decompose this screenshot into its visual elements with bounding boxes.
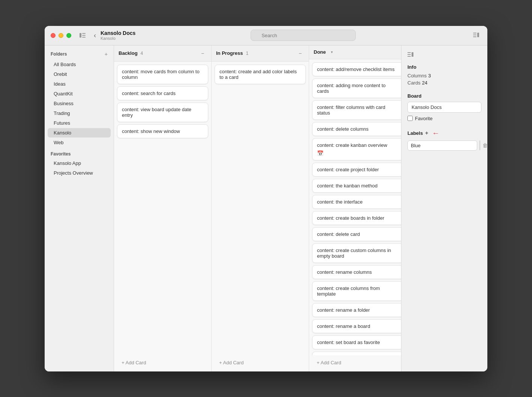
column-actions-in-progress: −: [296, 49, 304, 57]
favorite-checkbox[interactable]: [407, 116, 413, 121]
cards-info-row: Cards 24: [407, 80, 481, 86]
card-done-13[interactable]: content: rename a folder: [312, 303, 401, 317]
titlebar-nav: ‹ Kansolo Docs Kansolo: [92, 30, 135, 41]
svg-rect-2: [82, 35, 86, 36]
close-button[interactable]: [51, 33, 56, 38]
label-delete-button[interactable]: 🗑: [482, 142, 487, 148]
panel-icon-button[interactable]: [407, 51, 413, 58]
card-done-10[interactable]: content: create custom columns in empty …: [312, 243, 401, 263]
column-title-backlog: Backlog: [119, 50, 138, 56]
board-name-input[interactable]: [407, 102, 481, 113]
sidebar-item-ideas[interactable]: Ideas: [48, 79, 111, 89]
add-label-button[interactable]: +: [425, 130, 428, 136]
column-in-progress: In Progress 1 − content: create and add …: [212, 45, 309, 371]
done-dropdown-icon[interactable]: ▾: [329, 49, 335, 55]
sidebar-item-kansolo-app[interactable]: Kansolo App: [48, 158, 111, 168]
card-done-3[interactable]: content: delete columns: [312, 122, 401, 136]
svg-rect-1: [82, 33, 86, 34]
board-section: Board Favorite: [407, 93, 481, 121]
columns-value: 3: [428, 73, 431, 78]
sidebar-item-web[interactable]: Web: [48, 138, 111, 147]
favorites-header: Favorites: [45, 148, 114, 158]
sidebar-item-projects-overview[interactable]: Projects Overview: [48, 168, 111, 178]
cards-value: 24: [422, 80, 427, 86]
column-title-in-progress: In Progress: [216, 50, 243, 56]
search-container: 🔍: [251, 30, 356, 41]
sidebar: Folders + All Boards Orebit Ideas QuantK…: [45, 45, 114, 371]
sidebar-item-futures[interactable]: Futures: [48, 118, 111, 128]
maximize-button[interactable]: [66, 33, 71, 38]
back-button[interactable]: ‹: [92, 30, 98, 41]
sidebar-toggle-button[interactable]: [77, 30, 88, 41]
main-content: Folders + All Boards Orebit Ideas QuantK…: [45, 45, 487, 371]
arrow-indicator: ←: [430, 129, 439, 137]
svg-rect-0: [80, 33, 81, 38]
info-section: Info Columns 3 Cards 24: [407, 64, 481, 86]
sidebar-item-business[interactable]: Business: [48, 99, 111, 108]
titlebar: ‹ Kansolo Docs Kansolo 🔍: [45, 26, 487, 45]
sidebar-item-orebit[interactable]: Orebit: [48, 69, 111, 79]
label-row-blue: 🗑: [407, 140, 481, 151]
add-card-backlog[interactable]: + Add Card: [117, 357, 208, 368]
search-input[interactable]: [251, 30, 356, 41]
add-folder-button[interactable]: +: [105, 51, 108, 57]
column-title-area-backlog: Backlog 4: [119, 50, 143, 56]
card-done-9[interactable]: content: delete card: [312, 227, 401, 241]
svg-rect-9: [407, 52, 411, 53]
column-minus-button-in-progress[interactable]: −: [296, 49, 304, 57]
add-card-done[interactable]: + Add Card: [312, 357, 401, 368]
column-title-area-in-progress: In Progress 1: [216, 50, 248, 56]
favorite-row: Favorite: [407, 116, 481, 121]
svg-rect-10: [407, 54, 411, 55]
folders-header: Folders +: [45, 50, 114, 58]
column-minus-button-backlog[interactable]: −: [198, 49, 207, 57]
label-color-swatch[interactable]: [479, 140, 480, 150]
traffic-lights: [51, 33, 71, 38]
info-title: Info: [407, 64, 481, 70]
card-done-5[interactable]: content: create project folder: [312, 163, 401, 177]
card-done-1[interactable]: content: adding more content to cards: [312, 78, 401, 98]
card-in-progress-0[interactable]: content: create and add color labels to …: [215, 65, 306, 84]
card-backlog-3[interactable]: content: show new window: [117, 124, 208, 138]
panel-toggle-button[interactable]: [471, 30, 481, 41]
add-card-in-progress[interactable]: + Add Card: [215, 357, 306, 368]
sidebar-item-trading[interactable]: Trading: [48, 109, 111, 118]
card-done-6[interactable]: content: the kanban method: [312, 179, 401, 193]
card-done-7[interactable]: content: the interface: [312, 195, 401, 209]
sidebar-item-all-boards[interactable]: All Boards: [48, 60, 111, 69]
card-done-14[interactable]: content: rename a board: [312, 319, 401, 333]
card-done-11[interactable]: content: rename columns: [312, 265, 401, 279]
card-done-12[interactable]: content: create columns from template: [312, 281, 401, 301]
card-done-0[interactable]: content: add/remove checklist items: [312, 62, 401, 76]
card-done-4[interactable]: content: create kanban overview 📅: [312, 138, 401, 160]
column-count-in-progress: 1: [246, 51, 249, 56]
board-subtitle: Kansolo: [101, 36, 135, 41]
card-done-15[interactable]: content: set board as favorite: [312, 335, 401, 349]
card-done-16[interactable]: content: adding cards to columns: [312, 352, 401, 355]
labels-section: Labels + ← 🗑: [407, 129, 481, 151]
column-header-in-progress: In Progress 1 −: [212, 45, 309, 62]
cards-backlog: content: move cards from column to colum…: [114, 62, 211, 355]
labels-title: Labels: [407, 130, 423, 136]
sidebar-item-quantkit[interactable]: QuantKit: [48, 89, 111, 98]
sidebar-item-kansolo[interactable]: Kansolo: [48, 128, 111, 137]
columns-info-row: Columns 3: [407, 73, 481, 78]
minimize-button[interactable]: [59, 33, 63, 38]
titlebar-title: Kansolo Docs Kansolo: [101, 30, 135, 41]
column-title-done: Done: [314, 49, 326, 55]
svg-rect-3: [82, 37, 86, 38]
svg-rect-4: [477, 33, 479, 37]
card-done-4-text: content: create kanban overview: [317, 142, 387, 148]
svg-rect-8: [412, 52, 413, 57]
card-done-2[interactable]: content: filter columns with card status: [312, 100, 401, 120]
card-backlog-0[interactable]: content: move cards from column to colum…: [117, 65, 208, 84]
column-count-backlog: 4: [141, 51, 143, 56]
card-backlog-1[interactable]: content: search for cards: [117, 86, 208, 100]
card-done-8[interactable]: content: create boards in folder: [312, 211, 401, 225]
svg-rect-7: [473, 36, 476, 37]
board-area: Backlog 4 − content: move cards from col…: [114, 45, 401, 371]
cards-done: content: add/remove checklist items cont…: [309, 59, 401, 355]
label-name-input[interactable]: [407, 140, 477, 151]
card-backlog-2[interactable]: content: view board update date entry: [117, 103, 208, 122]
board-section-title: Board: [407, 93, 481, 99]
